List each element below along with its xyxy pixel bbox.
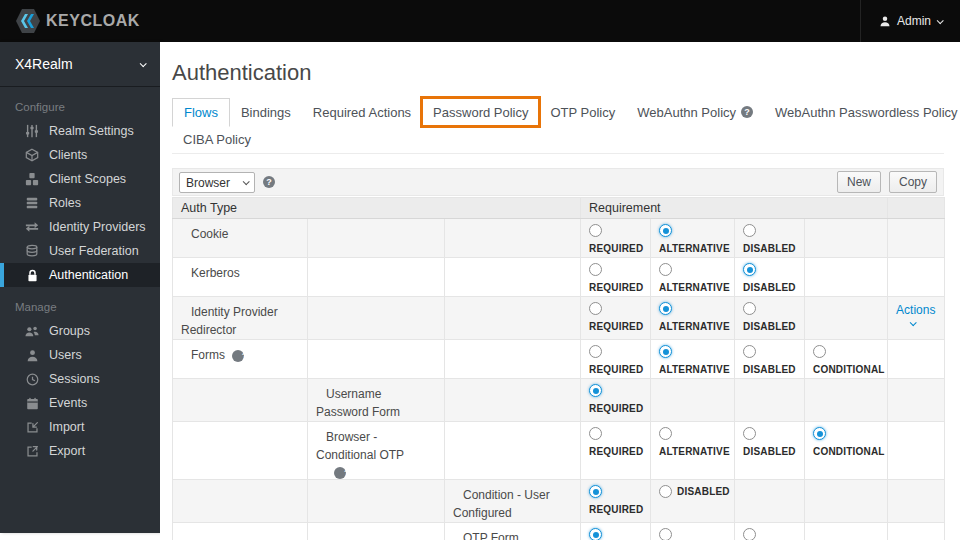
tab-ciba-policy[interactable]: CIBA Policy (172, 126, 262, 153)
actions-dropdown[interactable]: Actions (888, 297, 944, 326)
radio-label: REQUIRED (589, 243, 650, 254)
radio-required[interactable] (589, 427, 602, 440)
tab-webauthn-policy[interactable]: WebAuthn Policy ? (626, 98, 764, 126)
radio-required[interactable] (589, 384, 602, 397)
flow-toolbar: Browser ? New Copy (172, 168, 944, 196)
auth-type-name: OTP Form (445, 523, 580, 540)
import-icon (24, 419, 40, 435)
radio-label: REQUIRED (589, 321, 650, 332)
radio-label: ALTERNATIVE (659, 321, 734, 332)
radio-label: DISABLED (743, 364, 804, 375)
tab-label: CIBA Policy (183, 132, 251, 147)
export-icon (24, 443, 40, 459)
sidebar-item-users[interactable]: Users (0, 343, 160, 367)
sidebar-item-label: Sessions (49, 372, 100, 386)
radio-required[interactable] (589, 345, 602, 358)
radio-label: ALTERNATIVE (659, 364, 734, 375)
table-row-username-password-form: Username Password Form REQUIRED (173, 379, 945, 422)
sidebar-item-import[interactable]: Import (0, 415, 160, 439)
radio-alternative[interactable] (659, 528, 672, 540)
tab-label: WebAuthn Passwordless Policy (775, 105, 958, 120)
radio-alternative[interactable] (659, 224, 672, 237)
radio-label: REQUIRED (589, 364, 650, 375)
radio-disabled[interactable] (743, 263, 756, 276)
radio-label: DISABLED (743, 321, 804, 332)
sidebar-item-label: Realm Settings (49, 124, 134, 138)
copy-button[interactable]: Copy (889, 171, 937, 193)
main-content: Authentication Flows Bindings Required A… (160, 42, 960, 540)
radio-disabled[interactable] (743, 224, 756, 237)
radio-required[interactable] (589, 224, 602, 237)
new-button[interactable]: New (837, 171, 881, 193)
sidebar-item-label: Users (49, 348, 82, 362)
sidebar-item-client-scopes[interactable]: Client Scopes (0, 167, 160, 191)
radio-disabled[interactable] (659, 485, 672, 498)
auth-type-name: Forms ? (173, 340, 307, 364)
radio-required[interactable] (589, 302, 602, 315)
radio-disabled[interactable] (743, 427, 756, 440)
tab-password-policy[interactable]: Password Policy (422, 98, 539, 126)
radio-conditional[interactable] (813, 427, 826, 440)
sidebar-item-label: Groups (49, 324, 90, 338)
auth-type-name: Kerberos (173, 258, 307, 282)
sidebar-item-groups[interactable]: Groups (0, 319, 160, 343)
table-row-browser-conditional-otp: Browser - Conditional OTP? REQUIRED ALTE… (173, 422, 945, 480)
configure-section-label: Configure (0, 87, 160, 119)
help-icon[interactable]: ? (741, 106, 753, 118)
tab-label: WebAuthn Policy (637, 105, 736, 120)
sidebar-item-roles[interactable]: Roles (0, 191, 160, 215)
chevron-down-icon (937, 17, 944, 24)
radio-label: DISABLED (743, 243, 804, 254)
sidebar-item-user-federation[interactable]: User Federation (0, 239, 160, 263)
clock-icon (24, 371, 40, 387)
sidebar-item-label: Export (49, 444, 85, 458)
radio-alternative[interactable] (659, 427, 672, 440)
top-bar: KEYCLOAK Admin (0, 0, 960, 42)
sidebar-item-label: Events (49, 396, 87, 410)
tab-webauthn-passwordless-policy[interactable]: WebAuthn Passwordless Policy ? (764, 98, 960, 126)
keycloak-logo-icon (16, 8, 40, 34)
auth-type-name: Condition - User Configured (445, 480, 580, 522)
help-icon[interactable]: ? (334, 467, 346, 479)
sidebar-item-authentication[interactable]: Authentication (0, 263, 160, 287)
keycloak-logo[interactable]: KEYCLOAK (0, 8, 140, 34)
database-icon (24, 243, 40, 259)
sidebar-item-sessions[interactable]: Sessions (0, 367, 160, 391)
sidebar-item-export[interactable]: Export (0, 439, 160, 463)
sidebar-item-identity-providers[interactable]: Identity Providers (0, 215, 160, 239)
radio-disabled[interactable] (743, 528, 756, 540)
tab-required-actions[interactable]: Required Actions (302, 98, 422, 126)
sidebar-item-realm-settings[interactable]: Realm Settings (0, 119, 160, 143)
radio-required[interactable] (589, 528, 602, 540)
radio-alternative[interactable] (659, 345, 672, 358)
user-menu[interactable]: Admin (860, 0, 960, 42)
realm-selector[interactable]: X4Realm (0, 42, 160, 87)
column-header-actions (888, 198, 945, 219)
sidebar-item-label: User Federation (49, 244, 139, 258)
calendar-icon (24, 395, 40, 411)
sidebar-item-clients[interactable]: Clients (0, 143, 160, 167)
tab-flows[interactable]: Flows (172, 98, 230, 127)
exchange-icon (24, 219, 40, 235)
radio-required[interactable] (589, 485, 602, 498)
tab-otp-policy[interactable]: OTP Policy (539, 98, 626, 126)
radio-conditional[interactable] (813, 345, 826, 358)
help-icon[interactable]: ? (263, 176, 275, 188)
radio-required[interactable] (589, 263, 602, 276)
sliders-icon (24, 123, 40, 139)
radio-alternative[interactable] (659, 302, 672, 315)
sidebar-item-events[interactable]: Events (0, 391, 160, 415)
sidebar: X4Realm Configure Realm Settings Clients (0, 42, 160, 533)
table-row-kerberos: Kerberos REQUIRED ALTERNATIVE DISABLED (173, 258, 945, 297)
sidebar-item-label: Clients (49, 148, 87, 162)
chevron-down-icon (140, 60, 147, 67)
brand-text: KEYCLOAK (46, 12, 140, 30)
tab-label: OTP Policy (550, 105, 615, 120)
help-icon[interactable]: ? (232, 350, 244, 362)
tab-bindings[interactable]: Bindings (230, 98, 302, 126)
sidebar-item-label: Authentication (49, 268, 128, 282)
radio-disabled[interactable] (743, 302, 756, 315)
radio-disabled[interactable] (743, 345, 756, 358)
user-icon (879, 15, 891, 27)
radio-alternative[interactable] (659, 263, 672, 276)
